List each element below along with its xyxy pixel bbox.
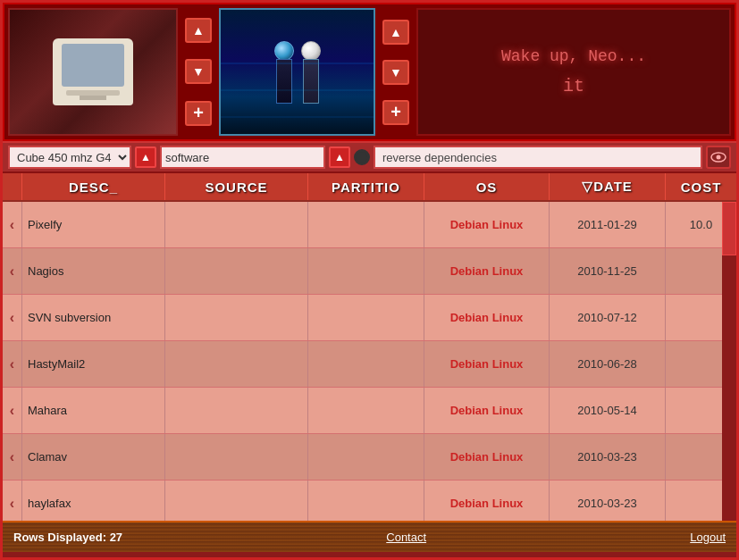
row-date: 2011-01-29	[550, 202, 666, 247]
scrollbar-thumb[interactable]	[722, 202, 736, 255]
row-nav-left[interactable]: ‹	[3, 248, 22, 294]
row-nav-left[interactable]: ‹	[3, 295, 22, 340]
th-partition[interactable]: PARTITIO	[308, 173, 424, 200]
row-desc: Mahara	[22, 388, 165, 433]
right-controls: ▲ ▼ +	[379, 8, 413, 136]
row-nav-left[interactable]: ‹	[3, 388, 22, 433]
up-arrow-right[interactable]: ▲	[382, 20, 409, 45]
row-nav-left[interactable]: ‹	[3, 202, 22, 247]
row-date: 2010-07-12	[550, 295, 666, 340]
table-row: ‹ haylafax Debian Linux 2010-03-23 ›	[3, 481, 736, 521]
terminal-line1: Wake up, Neo...	[501, 47, 646, 65]
search-up-btn[interactable]: ▲	[329, 146, 350, 168]
row-nav-left[interactable]: ‹	[3, 434, 22, 480]
helmet-right	[301, 41, 321, 61]
table-header: DESC_ SOURCE PARTITIO OS ▽DATE COST	[3, 173, 736, 202]
row-nav-left[interactable]: ‹	[3, 341, 22, 387]
table-rows-container: ‹ Pixelfy Debian Linux 2011-01-29 10.0 ›…	[3, 202, 736, 521]
row-partition	[308, 434, 424, 480]
figure-right	[301, 41, 321, 104]
machine-dropdown-wrap: Cube 450 mhz G4 Mac Pro MacBook Air	[8, 146, 131, 169]
radio-btn[interactable]	[354, 149, 370, 165]
row-date: 2010-05-14	[550, 388, 666, 433]
banner-left-image	[8, 8, 178, 136]
row-source	[165, 388, 308, 433]
daft-punk	[274, 41, 321, 104]
plus-left[interactable]: +	[185, 101, 212, 126]
machine-select[interactable]: Cube 450 mhz G4 Mac Pro MacBook Air	[8, 146, 131, 169]
row-source	[165, 434, 308, 480]
th-desc[interactable]: DESC_	[22, 173, 165, 200]
row-source	[165, 295, 308, 340]
row-desc: haylafax	[22, 481, 165, 521]
down-arrow-left[interactable]: ▼	[185, 59, 212, 84]
row-partition	[308, 295, 424, 340]
table-row: ‹ Mahara Debian Linux 2010-05-14 ›	[3, 388, 736, 434]
row-os[interactable]: Debian Linux	[424, 341, 550, 387]
th-os[interactable]: OS	[424, 173, 550, 200]
controls-bar: Cube 450 mhz G4 Mac Pro MacBook Air ▲ ▲	[3, 141, 736, 173]
suit-left	[276, 59, 292, 104]
plus-right[interactable]: +	[382, 100, 409, 125]
top-banner: ▲ ▼ + ▲	[3, 3, 736, 141]
row-source	[165, 248, 308, 294]
up-arrow-left[interactable]: ▲	[185, 18, 212, 43]
table-row: ‹ SVN subversion Debian Linux 2010-07-12…	[3, 295, 736, 341]
row-desc: HastyMail2	[22, 341, 165, 387]
app-window: ▲ ▼ + ▲	[0, 0, 739, 560]
mac-screen	[62, 44, 124, 87]
row-partition	[308, 341, 424, 387]
row-source	[165, 341, 308, 387]
down-arrow-right[interactable]: ▼	[382, 60, 409, 85]
row-nav-left[interactable]: ‹	[3, 481, 22, 521]
row-partition	[308, 481, 424, 521]
contact-link[interactable]: Contact	[386, 531, 426, 544]
search-input[interactable]	[160, 146, 325, 169]
row-desc: Nagios	[22, 248, 165, 294]
figure-left	[274, 41, 294, 104]
table-row: ‹ Clamav Debian Linux 2010-03-23 ›	[3, 434, 736, 481]
row-os[interactable]: Debian Linux	[424, 202, 550, 247]
search-wrap	[160, 146, 325, 169]
row-os[interactable]: Debian Linux	[424, 248, 550, 294]
eye-icon	[710, 152, 726, 163]
row-os[interactable]: Debian Linux	[424, 481, 550, 521]
table-row: ‹ Pixelfy Debian Linux 2011-01-29 10.0 ›	[3, 202, 736, 248]
logout-link[interactable]: Logout	[690, 531, 726, 544]
th-source[interactable]: SOURCE	[165, 173, 308, 200]
rows-displayed: Rows Displayed: 27	[13, 531, 122, 544]
row-desc: SVN subversion	[22, 295, 165, 340]
scrollbar[interactable]	[722, 202, 736, 521]
left-controls: ▲ ▼ +	[181, 8, 215, 136]
suit-right	[303, 59, 319, 104]
eye-button[interactable]	[706, 146, 731, 169]
row-desc: Clamav	[22, 434, 165, 480]
row-os[interactable]: Debian Linux	[424, 388, 550, 433]
row-desc: Pixelfy	[22, 202, 165, 247]
th-nav-left	[3, 173, 22, 200]
mac-shape	[53, 38, 133, 105]
svg-point-4	[717, 155, 721, 160]
row-os[interactable]: Debian Linux	[424, 295, 550, 340]
th-date[interactable]: ▽DATE	[550, 173, 666, 200]
machine-up-btn[interactable]: ▲	[135, 146, 156, 168]
table-body: ‹ Pixelfy Debian Linux 2011-01-29 10.0 ›…	[3, 202, 736, 521]
table-row: ‹ HastyMail2 Debian Linux 2010-06-28 ›	[3, 341, 736, 388]
mac-stand	[80, 96, 106, 100]
terminal-area: Wake up, Neo... it	[416, 8, 731, 136]
footer: Rows Displayed: 27 Contact Logout	[3, 521, 736, 552]
row-partition	[308, 202, 424, 247]
row-date: 2010-03-23	[550, 434, 666, 480]
row-date: 2010-03-23	[550, 481, 666, 521]
row-date: 2010-06-28	[550, 341, 666, 387]
dep-input[interactable]	[374, 146, 702, 169]
row-os[interactable]: Debian Linux	[424, 434, 550, 480]
th-cost[interactable]: COST	[666, 173, 737, 200]
center-image	[219, 8, 375, 136]
row-source	[165, 202, 308, 247]
helmet-left	[274, 41, 294, 61]
row-date: 2010-11-25	[550, 248, 666, 294]
row-source	[165, 481, 308, 521]
mac-image	[10, 10, 176, 134]
row-partition	[308, 388, 424, 433]
